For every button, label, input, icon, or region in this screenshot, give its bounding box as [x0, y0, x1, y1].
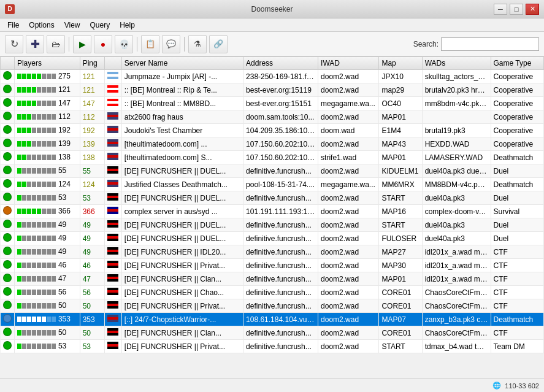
table-row[interactable]: 124 124 Justified Classes Deathmatch... …: [1, 178, 544, 191]
chat-button[interactable]: 💬: [162, 35, 180, 53]
server-flag: [105, 232, 121, 245]
table-row[interactable]: 53 53 [DE] FUNCRUSHER || DUEL... definit…: [1, 191, 544, 205]
server-map: FULOSER: [379, 232, 422, 245]
skull-button[interactable]: 💀: [115, 35, 133, 53]
table-row[interactable]: 50 50 [DE] FUNCRUSHER || Privat... defin…: [1, 299, 544, 313]
menu-file[interactable]: File: [2, 20, 24, 31]
server-name: [DE] FUNCRUSHER || DUEL...: [121, 218, 243, 232]
table-row[interactable]: 49 49 [DE] FUNCRUSHER || DUEL... definit…: [1, 232, 544, 245]
server-iwad: doom2.wad: [318, 83, 379, 97]
server-wads: LAMASERY.WAD: [422, 151, 491, 164]
server-flag: [105, 205, 121, 218]
server-iwad: doom.wad: [318, 124, 379, 137]
svg-rect-5: [107, 101, 118, 104]
table-row[interactable]: 121 121 :: [BE] Montreal :: Rip & Te... …: [1, 83, 544, 97]
col-header-iwad[interactable]: IWAD: [318, 57, 379, 70]
server-ping: 55: [80, 164, 105, 178]
server-iwad: doom2.wad: [318, 110, 379, 124]
col-header-wads[interactable]: WADs: [422, 57, 491, 70]
server-map: CORE01: [379, 299, 422, 313]
server-name: atx2600 frag haus: [121, 110, 243, 124]
server-gametype: CTF: [491, 286, 544, 299]
server-gametype: Team DM: [491, 340, 544, 353]
table-row[interactable]: 55 55 [DE] FUNCRUSHER || DUEL... definit…: [1, 164, 544, 178]
menu-options[interactable]: Options: [24, 20, 59, 31]
server-gametype: Cooperative: [491, 83, 544, 97]
table-row[interactable]: 49 49 [DE] FUNCRUSHER || DUEL... definit…: [1, 218, 544, 232]
svg-rect-15: [107, 169, 118, 171]
table-row[interactable]: 53 53 [DE] FUNCRUSHER || Privat... defin…: [1, 340, 544, 353]
table-row[interactable]: 192 192 Joudoki's Test Chamber 104.209.3…: [1, 124, 544, 137]
record-button[interactable]: ●: [94, 35, 112, 53]
menu-help[interactable]: Help: [115, 20, 140, 31]
col-header-ping[interactable]: Ping: [80, 57, 105, 70]
search-input[interactable]: [441, 37, 539, 51]
server-players: 275: [14, 70, 80, 83]
table-row[interactable]: 50 50 [DE] FUNCRUSHER || Clan... definit…: [1, 326, 544, 340]
table-row[interactable]: 139 139 [theultimatedoom.com] ... 107.15…: [1, 137, 544, 151]
server-map: MAP01: [379, 151, 422, 164]
status-text: 110-33 602: [505, 382, 539, 390]
minimize-button[interactable]: ─: [494, 4, 507, 15]
server-iwad: doom2.wad: [318, 137, 379, 151]
table-row[interactable]: 56 56 [DE] FUNCRUSHER || Chao... definit…: [1, 286, 544, 299]
server-flag: [105, 313, 121, 326]
col-header-gametype[interactable]: Game Type: [491, 57, 544, 70]
server-table-wrapper[interactable]: Players Ping Server Name Address IWAD Ma…: [0, 56, 544, 379]
svg-rect-11: [107, 142, 118, 144]
table-row[interactable]: 112 112 atx2600 frag haus doom.sam.tools…: [1, 110, 544, 124]
server-status-icon: [1, 70, 15, 83]
server-flag: [105, 97, 121, 110]
svg-rect-1: [107, 74, 118, 77]
table-row[interactable]: 138 138 [theultimatedoom.com] S... 107.1…: [1, 151, 544, 164]
server-status-icon: [1, 232, 15, 245]
server-ping: 50: [80, 299, 105, 313]
table-row[interactable]: 275 121 Jumpmaze - Jumpix [AR] -... 238-…: [1, 70, 544, 83]
server-name: [DE] FUNCRUSHER || Clan...: [121, 272, 243, 286]
open-button[interactable]: 🗁: [47, 35, 65, 53]
col-header-map[interactable]: Map: [379, 57, 422, 70]
server-name: [DE] FUNCRUSHER || IDL20...: [121, 245, 243, 259]
server-address: definitive.funcrush...: [243, 164, 318, 178]
col-header-flag[interactable]: [105, 57, 121, 70]
server-players: 353: [14, 313, 80, 326]
server-status-icon: [1, 205, 15, 218]
server-flag: [105, 164, 121, 178]
server-players: 192: [14, 124, 80, 137]
table-row[interactable]: 49 49 [DE] FUNCRUSHER || IDL20... defini…: [1, 245, 544, 259]
close-button[interactable]: ✕: [526, 4, 539, 15]
server-name: [::] 24/7-ChopstickWarrior-...: [121, 313, 243, 326]
add-server-button[interactable]: ✚: [26, 35, 44, 53]
col-header-address[interactable]: Address: [243, 57, 318, 70]
server-name: Joudoki's Test Chamber: [121, 124, 243, 137]
table-row[interactable]: 46 46 [DE] FUNCRUSHER || Privat... defin…: [1, 259, 544, 272]
filter-button[interactable]: ⚗: [188, 35, 207, 53]
col-header-status[interactable]: [1, 57, 15, 70]
table-row[interactable]: 47 47 [DE] FUNCRUSHER || Clan... definit…: [1, 272, 544, 286]
menu-view[interactable]: View: [59, 20, 85, 31]
server-players: 124: [14, 178, 80, 191]
server-map: MAP01: [379, 110, 422, 124]
server-status-icon: [1, 340, 15, 353]
toolbar: ↻ ✚ 🗁 ▶ ● 💀 📋 💬 ⚗ 🔗 Search:: [0, 32, 544, 56]
window-title: Doomseeker: [0, 5, 544, 13]
menu-query[interactable]: Query: [85, 20, 115, 31]
col-header-servername[interactable]: Server Name: [121, 57, 243, 70]
server-flag: [105, 245, 121, 259]
table-row[interactable]: 147 147 :: [BE] Montreal :: MM8BD... bes…: [1, 97, 544, 110]
refresh-button[interactable]: ↻: [5, 35, 23, 53]
server-iwad: doom2.wad: [318, 340, 379, 353]
server-gametype: Duel: [491, 218, 544, 232]
server-wads: duel40a.pk3: [422, 191, 491, 205]
server-name: [DE] FUNCRUSHER || Privat...: [121, 340, 243, 353]
play-button[interactable]: ▶: [73, 35, 91, 53]
col-header-players[interactable]: Players: [14, 57, 80, 70]
maximize-button[interactable]: □: [510, 4, 523, 15]
update-button[interactable]: 🔗: [209, 35, 228, 53]
log-button[interactable]: 📋: [141, 35, 159, 53]
server-players: 49: [14, 245, 80, 259]
table-row[interactable]: 366 366 complex server in aus/syd ... 10…: [1, 205, 544, 218]
server-map: MAP07: [379, 313, 422, 326]
server-flag: [105, 340, 121, 353]
table-row[interactable]: 353 353 [::] 24/7-ChopstickWarrior-... 1…: [1, 313, 544, 326]
